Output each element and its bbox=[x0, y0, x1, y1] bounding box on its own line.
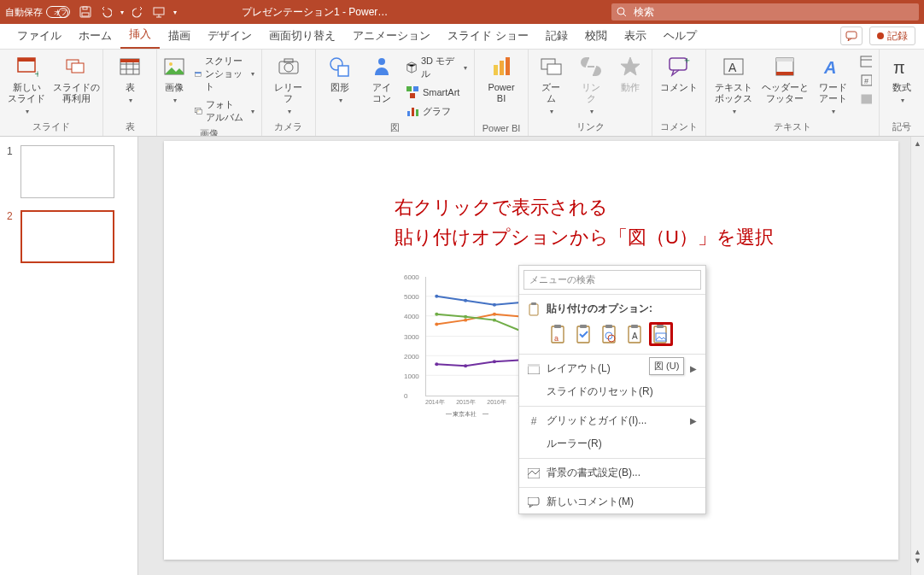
icons-button[interactable]: アイ コン bbox=[366, 53, 397, 104]
group-label-illustrations: 図 bbox=[321, 120, 469, 137]
header-footer-button[interactable]: ヘッダーと フッター bbox=[763, 53, 807, 104]
search-icon bbox=[617, 7, 627, 17]
toggle-icon bbox=[46, 6, 70, 18]
tab-view[interactable]: 表示 bbox=[616, 23, 655, 49]
photo-album-button[interactable]: フォト アルバム▾ bbox=[193, 97, 256, 126]
zoom-button[interactable]: ズー ム▾ bbox=[534, 53, 568, 116]
slide-number-button[interactable]: # bbox=[858, 72, 874, 89]
date-time-button[interactable] bbox=[858, 53, 874, 70]
menu-search[interactable]: メニューの検索 bbox=[523, 270, 701, 290]
save-icon[interactable] bbox=[79, 6, 91, 18]
tab-insert[interactable]: 挿入 bbox=[120, 21, 160, 49]
equation-button[interactable]: π 数式▾ bbox=[885, 53, 919, 105]
table-button[interactable]: 表▾ bbox=[108, 53, 151, 105]
tab-slideshow[interactable]: スライド ショー bbox=[439, 23, 537, 49]
svg-rect-29 bbox=[338, 66, 348, 76]
comments-pane-button[interactable] bbox=[840, 26, 863, 45]
paste-as-picture[interactable] bbox=[649, 322, 673, 346]
record-button[interactable]: 記録 bbox=[869, 26, 915, 45]
undo-icon[interactable] bbox=[100, 6, 112, 18]
group-label-text: テキスト bbox=[711, 119, 874, 136]
powerbi-button[interactable]: Power BI bbox=[480, 53, 523, 104]
paste-use-destination-theme[interactable]: a bbox=[547, 322, 570, 346]
svg-rect-2 bbox=[83, 7, 87, 9]
menu-reset-slide[interactable]: スライドのリセット(R) bbox=[519, 380, 705, 403]
paste-options-header: 貼り付けのオプション: bbox=[519, 297, 705, 320]
group-label-slides: スライド bbox=[5, 119, 97, 136]
thumbnail-2[interactable]: 2 bbox=[7, 210, 129, 263]
action-button: 動作 bbox=[614, 53, 646, 93]
svg-point-24 bbox=[197, 110, 198, 111]
new-comment-button[interactable]: ＋ コメント bbox=[658, 53, 700, 93]
svg-rect-33 bbox=[410, 93, 415, 98]
textbox-icon: A bbox=[722, 55, 746, 79]
title-bar: 自動保存 オフ ▾ ▾ プレゼンテーション1 - Power… bbox=[0, 0, 924, 24]
scroll-up-button[interactable]: ▲ bbox=[911, 137, 924, 150]
svg-rect-51 bbox=[861, 56, 872, 67]
thumbnail-preview bbox=[20, 145, 114, 198]
menu-format-background[interactable]: 背景の書式設定(B)... bbox=[519, 461, 705, 484]
svg-rect-39 bbox=[506, 57, 510, 75]
3d-models-button[interactable]: 3D モデル▾ bbox=[404, 53, 469, 82]
link-icon bbox=[579, 55, 603, 79]
slide-edit-area[interactable]: 右クリックで表示される 貼り付けオプションから「図（U）」を選択 ↓ グ 600… bbox=[138, 137, 924, 575]
paste-embed[interactable] bbox=[598, 322, 622, 346]
tab-file[interactable]: ファイル bbox=[9, 23, 70, 49]
group-slides: ＋ 新しい スライド▾ スライドの 再利用 スライド bbox=[0, 50, 103, 136]
tab-design[interactable]: デザイン bbox=[199, 23, 260, 49]
search-box[interactable] bbox=[611, 3, 919, 21]
tab-review[interactable]: 校閲 bbox=[576, 23, 616, 49]
tab-help[interactable]: ヘルプ bbox=[655, 23, 705, 49]
undo-dropdown-caret[interactable]: ▾ bbox=[120, 9, 124, 16]
svg-point-19 bbox=[169, 62, 173, 66]
tab-animations[interactable]: アニメーション bbox=[344, 23, 439, 49]
svg-point-66 bbox=[435, 323, 438, 326]
tab-home[interactable]: ホーム bbox=[70, 23, 120, 49]
menu-grid-guides[interactable]: # グリッドとガイド(I)... ▶ bbox=[519, 409, 705, 432]
group-label-comments: コメント bbox=[658, 119, 700, 136]
reuse-slides-button[interactable]: スライドの 再利用 bbox=[55, 53, 97, 104]
svg-point-4 bbox=[617, 8, 624, 15]
svg-rect-31 bbox=[406, 86, 412, 91]
pictures-button[interactable]: 画像▾ bbox=[162, 53, 186, 105]
tab-draw[interactable]: 描画 bbox=[160, 23, 199, 49]
group-label-links: リンク bbox=[534, 119, 646, 136]
tab-transitions[interactable]: 画面切り替え bbox=[260, 23, 344, 49]
comment-icon bbox=[528, 497, 540, 508]
new-slide-button[interactable]: ＋ 新しい スライド▾ bbox=[5, 53, 48, 116]
chart-x-labels: 2014年2015年2016年2017 bbox=[425, 398, 531, 407]
autosave-label: 自動保存 bbox=[5, 6, 43, 19]
autosave-toggle[interactable]: 自動保存 オフ bbox=[5, 6, 67, 19]
svg-rect-81 bbox=[554, 325, 561, 328]
chart-button[interactable]: グラフ bbox=[404, 103, 469, 120]
thumbnail-1[interactable]: 1 bbox=[7, 145, 129, 198]
slide-canvas[interactable]: 右クリックで表示される 貼り付けオプションから「図（U）」を選択 ↓ グ 600… bbox=[164, 141, 898, 560]
paste-keep-text-only[interactable]: A bbox=[623, 322, 647, 346]
menu-ruler[interactable]: ルーラー(R) bbox=[519, 432, 705, 455]
qat-more-caret[interactable]: ▾ bbox=[173, 9, 177, 16]
ribbon-tabs: ファイル ホーム 挿入 描画 デザイン 画面切り替え アニメーション スライド … bbox=[0, 24, 924, 50]
scroll-nav-buttons[interactable]: ▲ ▼ bbox=[911, 548, 924, 575]
menu-new-comment[interactable]: 新しいコメント(M) bbox=[519, 490, 705, 513]
wordart-button[interactable]: A ワード アート▾ bbox=[814, 53, 851, 116]
svg-point-67 bbox=[464, 319, 467, 322]
search-input[interactable] bbox=[632, 5, 914, 19]
zoom-icon bbox=[539, 55, 563, 79]
tab-record[interactable]: 記録 bbox=[537, 23, 576, 49]
shapes-button[interactable]: 図形▾ bbox=[321, 53, 360, 105]
vertical-scrollbar[interactable]: ▲ ▲ ▼ bbox=[910, 137, 924, 575]
scroll-track[interactable] bbox=[911, 150, 924, 534]
smartart-button[interactable]: SmartArt bbox=[404, 84, 469, 101]
paste-keep-source-formatting[interactable] bbox=[572, 322, 596, 346]
embedded-chart[interactable]: グ 6000 5000 4000 3000 2000 1000 0 bbox=[403, 265, 531, 419]
textbox-button[interactable]: A テキスト ボックス▾ bbox=[711, 53, 756, 116]
screenshot-button[interactable]: スクリーンショット▾ bbox=[193, 53, 256, 95]
group-label-camera: カメラ bbox=[267, 119, 310, 136]
group-symbols: π 数式▾ 記号 bbox=[880, 50, 924, 136]
thumbnail-pane[interactable]: 1 2 bbox=[0, 137, 138, 575]
svg-point-76 bbox=[493, 360, 496, 363]
redo-icon[interactable] bbox=[132, 6, 144, 18]
svg-rect-36 bbox=[416, 109, 418, 116]
slideshow-icon[interactable] bbox=[153, 6, 165, 18]
cameo-button[interactable]: レリー フ▾ bbox=[267, 53, 310, 116]
